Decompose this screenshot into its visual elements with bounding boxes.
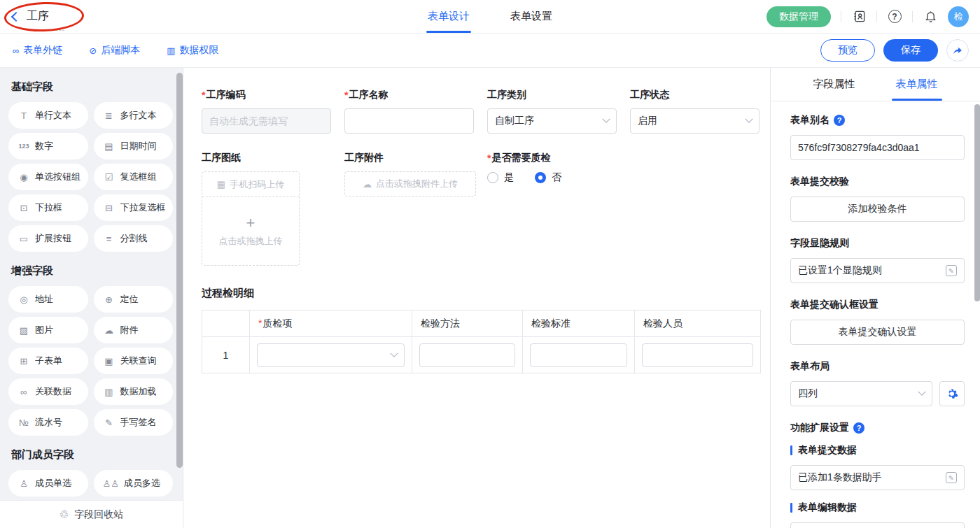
tab-field-properties[interactable]: 字段属性: [813, 68, 855, 101]
recycle-bin-label: 字段回收站: [74, 508, 123, 521]
form-alias-input[interactable]: [790, 135, 965, 160]
method-input[interactable]: [419, 343, 515, 367]
section-basic-fields: 基础字段: [11, 80, 173, 94]
standard-input[interactable]: [530, 343, 627, 367]
process-name-input[interactable]: [344, 108, 474, 134]
field-recycle-bin[interactable]: ♲ 字段回收站: [0, 500, 183, 528]
palette-item-number[interactable]: 123数字: [8, 133, 88, 159]
image-icon: ▨: [18, 325, 30, 336]
palette-item-multi-select[interactable]: ⊟下拉复选框: [94, 194, 174, 221]
palette-item-radio-group[interactable]: ◉单选按钮组: [8, 164, 88, 190]
palette-item-label: 数字: [35, 140, 53, 152]
notification-bell-icon[interactable]: [923, 9, 938, 24]
palette-item-label: 关联查询: [120, 355, 157, 367]
properties-scrollbar[interactable]: [974, 104, 980, 301]
data-permission-button[interactable]: ▥ 数据权限: [167, 44, 218, 57]
palette-item-attachment[interactable]: ☁附件: [94, 317, 174, 343]
layout-settings-button[interactable]: [939, 381, 965, 406]
field-label: 工序附件: [344, 152, 384, 164]
palette-item-data-load[interactable]: ▥数据加载: [94, 378, 174, 405]
back-group[interactable]: 工序: [13, 9, 49, 24]
tab-form-properties[interactable]: 表单属性: [896, 68, 938, 101]
radio-label: 否: [552, 171, 561, 184]
qc-radio-yes[interactable]: 是: [487, 171, 514, 184]
share-button[interactable]: [946, 39, 969, 62]
field-process-code[interactable]: *工序编码: [202, 89, 331, 134]
help-icon[interactable]: ?: [887, 9, 902, 24]
palette-item-extend-button[interactable]: ▭扩展按钮: [8, 225, 88, 252]
edit-pencil-icon[interactable]: ✎: [946, 265, 957, 276]
palette-item-member-multi[interactable]: ♙♙成员多选: [94, 470, 174, 497]
palette-item-select[interactable]: ⊡下拉框: [8, 194, 88, 221]
data-manage-button[interactable]: 数据管理: [766, 6, 831, 27]
process-category-select[interactable]: 自制工序: [487, 108, 617, 134]
people-icon: ♙♙: [103, 478, 119, 489]
properties-panel: 字段属性 表单属性 表单别名 ? 表单提交校验 添加校验条件 字段显隐规则 已设…: [770, 68, 980, 528]
palette-item-label: 附件: [120, 324, 139, 336]
palette-item-datetime[interactable]: ▤日期时间: [94, 133, 174, 159]
radio-unselected-icon: [487, 172, 498, 183]
palette-item-label: 流水号: [35, 416, 62, 429]
properties-tabs: 字段属性 表单属性: [771, 68, 980, 101]
palette-scrollbar[interactable]: [176, 73, 183, 468]
field-process-category[interactable]: 工序类别 自制工序: [487, 89, 617, 134]
required-mark: *: [258, 317, 262, 329]
section-member-fields: 部门成员字段: [11, 448, 173, 462]
field-label: 工序名称: [349, 89, 388, 101]
add-validation-button[interactable]: 添加校验条件: [790, 197, 965, 222]
palette-item-image[interactable]: ▨图片: [8, 317, 88, 343]
palette-item-serial-number[interactable]: №流水号: [8, 409, 88, 436]
qc-radio-no[interactable]: 否: [535, 171, 561, 184]
preview-button[interactable]: 预览: [820, 39, 875, 62]
method-header: 检验方法: [412, 311, 523, 337]
palette-item-subform[interactable]: ⊞子表单: [8, 348, 88, 374]
save-button[interactable]: 保存: [883, 39, 938, 62]
process-status-select[interactable]: 启用: [630, 108, 760, 134]
header-actions: 数据管理 ? 检: [766, 6, 969, 27]
palette-item-checkbox-group[interactable]: ☑复选框组: [94, 164, 174, 190]
edit-pencil-icon[interactable]: ✎: [946, 472, 957, 483]
user-avatar[interactable]: 检: [948, 6, 969, 27]
cloud-upload-icon: ☁: [103, 325, 115, 336]
gear-icon: [946, 387, 958, 400]
help-badge-icon[interactable]: ?: [834, 115, 845, 126]
person-input[interactable]: [642, 343, 753, 367]
checkbox-icon: ☑: [103, 172, 115, 183]
field-process-status[interactable]: 工序状态 启用: [630, 89, 760, 134]
tab-form-settings[interactable]: 表单设置: [510, 0, 552, 33]
bar-chart-icon: ▥: [103, 387, 115, 397]
add-operation-button[interactable]: 添加操作: [790, 522, 965, 528]
palette-item-multi-text[interactable]: ≣多行文本: [94, 102, 174, 129]
palette-item-signature[interactable]: ✎手写签名: [94, 409, 174, 436]
palette-item-address[interactable]: ◎地址: [8, 286, 88, 313]
chevron-down-icon: [602, 115, 610, 123]
palette-item-location[interactable]: ⊕定位: [94, 286, 174, 313]
palette-item-label: 地址: [35, 293, 53, 306]
palette-item-label: 定位: [120, 293, 139, 306]
palette-item-single-text[interactable]: T单行文本: [8, 102, 88, 129]
palette-item-label: 手写签名: [120, 416, 157, 429]
palette-item-related-data[interactable]: ∞关联数据: [8, 378, 88, 405]
palette-item-related-query[interactable]: ▣关联查询: [94, 348, 174, 374]
attachment-upload-area[interactable]: ☁ 点击或拖拽附件上传: [344, 171, 476, 197]
palette-item-label: 分割线: [120, 232, 148, 245]
external-link-button[interactable]: ∞ 表单外链: [13, 44, 62, 57]
tab-form-design[interactable]: 表单设计: [428, 0, 470, 33]
drag-upload-area[interactable]: + 点击或拖拽上传: [202, 197, 299, 265]
layout-select[interactable]: 四列: [790, 381, 932, 406]
backend-script-button[interactable]: ⊘ 后端脚本: [89, 44, 140, 57]
back-icon[interactable]: [11, 12, 21, 22]
chevron-down-icon: [745, 115, 752, 123]
palette-item-member-single[interactable]: ♙成员单选: [8, 470, 88, 497]
field-process-name[interactable]: *工序名称: [344, 89, 474, 134]
recycle-icon: ♲: [59, 508, 69, 521]
qr-scan-upload-button[interactable]: ▦ 手机扫码上传: [202, 172, 299, 197]
submit-confirm-button[interactable]: 表单提交确认设置: [790, 320, 965, 345]
palette-item-divider[interactable]: ≡分割线: [94, 225, 174, 252]
contacts-icon[interactable]: [851, 9, 867, 24]
submit-data-box[interactable]: 已添加1条数据助手 ✎: [790, 465, 965, 490]
help-badge-icon[interactable]: ?: [853, 422, 864, 434]
form-alias-section: 表单别名 ?: [790, 114, 965, 160]
visibility-rules-box[interactable]: 已设置1个显隐规则 ✎: [790, 258, 965, 283]
qc-item-select[interactable]: [257, 343, 405, 367]
